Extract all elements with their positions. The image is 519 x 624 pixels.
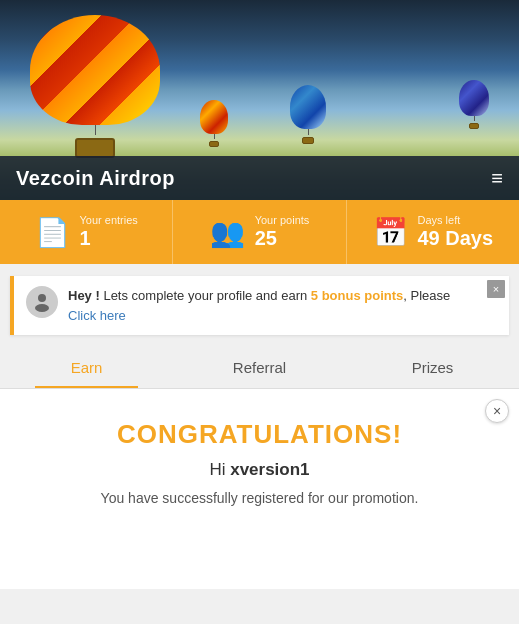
points-label: Your points [255, 214, 310, 226]
notif-mid: Lets complete your profile and earn [100, 288, 311, 303]
balloon-basket-main [75, 138, 115, 158]
congrats-subtitle: Hi xversion1 [20, 460, 499, 480]
tab-earn[interactable]: Earn [0, 347, 173, 388]
congrats-hi: Hi [209, 460, 230, 479]
tab-prizes[interactable]: Prizes [346, 347, 519, 388]
congrats-description: You have successfully registered for our… [20, 490, 499, 506]
days-label: Days left [418, 214, 461, 226]
notif-click-here-link[interactable]: Click here [68, 306, 450, 326]
hamburger-icon[interactable]: ≡ [491, 167, 503, 190]
stats-bar: 📄 Your entries 1 👥 Your points 25 📅 Days… [0, 200, 519, 264]
notif-hey: Hey ! [68, 288, 100, 303]
balloon-small-3 [459, 80, 489, 129]
svg-point-1 [35, 304, 49, 312]
hero-section: Vezcoin Airdrop ≡ [0, 0, 519, 200]
tabs-bar: Earn Referral Prizes [0, 347, 519, 389]
days-value: 49 Days [418, 226, 494, 250]
congrats-section: × CONGRATULATIONS! Hi xversion1 You have… [0, 389, 519, 589]
stat-entries: 📄 Your entries 1 [0, 200, 173, 264]
entries-icon: 📄 [35, 216, 70, 249]
points-icon: 👥 [210, 216, 245, 249]
stat-points: 👥 Your points 25 [173, 200, 346, 264]
congrats-close-button[interactable]: × [485, 399, 509, 423]
notif-message: Hey ! Lets complete your profile and ear… [68, 288, 450, 303]
header-bar: Vezcoin Airdrop ≡ [0, 156, 519, 200]
tab-earn-label: Earn [71, 359, 103, 376]
points-text: Your points 25 [255, 214, 310, 250]
congrats-username: xversion1 [230, 460, 309, 479]
notif-avatar [26, 286, 58, 318]
tab-referral-label: Referral [233, 359, 286, 376]
balloon-small-1 [200, 100, 228, 147]
points-value: 25 [255, 226, 277, 250]
balloon-rope [95, 125, 96, 135]
entries-value: 1 [80, 226, 91, 250]
tab-prizes-label: Prizes [412, 359, 454, 376]
balloon-small-2 [290, 85, 326, 144]
tab-referral[interactable]: Referral [173, 347, 346, 388]
congrats-title: CONGRATULATIONS! [20, 419, 499, 450]
balloon-body-main [30, 15, 160, 125]
notif-close-button[interactable]: × [487, 280, 505, 298]
entries-text: Your entries 1 [80, 214, 138, 250]
app-title: Vezcoin Airdrop [16, 167, 175, 190]
notification-banner: Hey ! Lets complete your profile and ear… [10, 276, 509, 335]
notif-text: Hey ! Lets complete your profile and ear… [68, 286, 450, 325]
days-icon: 📅 [373, 216, 408, 249]
svg-point-0 [38, 294, 46, 302]
days-text: Days left 49 Days [418, 214, 494, 250]
notif-end: , Please [403, 288, 450, 303]
stat-days: 📅 Days left 49 Days [347, 200, 519, 264]
entries-label: Your entries [80, 214, 138, 226]
balloon-main [30, 15, 160, 175]
notif-bonus: 5 bonus points [311, 288, 403, 303]
